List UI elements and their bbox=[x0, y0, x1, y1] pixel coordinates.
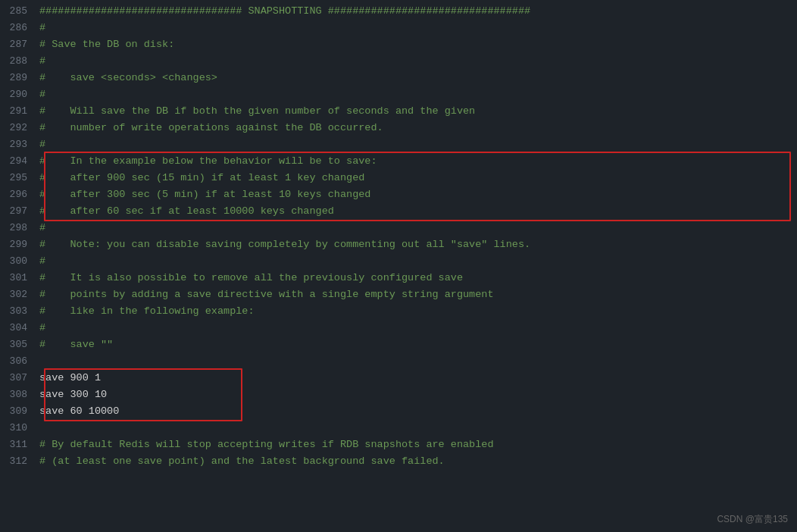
line-content: # Save the DB on disk: bbox=[39, 36, 174, 53]
line-content: # number of write operations against the… bbox=[39, 120, 383, 136]
line-row: 304# bbox=[0, 320, 797, 336]
line-content: # bbox=[39, 86, 45, 103]
line-number: 288 bbox=[0, 53, 39, 70]
line-number: 304 bbox=[0, 320, 39, 336]
line-row: 296# after 300 sec (5 min) if at least 1… bbox=[0, 186, 797, 203]
line-row: 298# bbox=[0, 220, 797, 236]
line-number: 300 bbox=[0, 253, 39, 270]
line-content: # bbox=[39, 136, 45, 153]
line-row: 312# (at least one save point) and the l… bbox=[0, 453, 797, 470]
line-row: 305# save "" bbox=[0, 336, 797, 353]
line-row: 293# bbox=[0, 136, 797, 153]
line-content: # after 60 sec if at least 10000 keys ch… bbox=[39, 203, 334, 220]
line-number: 305 bbox=[0, 336, 39, 353]
line-row: 302# points by adding a save directive w… bbox=[0, 286, 797, 303]
line-number: 292 bbox=[0, 120, 39, 136]
line-content: # In the example below the behavior will… bbox=[39, 153, 377, 170]
line-content: # points by adding a save directive with… bbox=[39, 286, 494, 303]
line-number: 312 bbox=[0, 453, 39, 470]
line-row: 308save 300 10 bbox=[0, 386, 797, 403]
line-row: 290# bbox=[0, 86, 797, 103]
line-number: 290 bbox=[0, 86, 39, 103]
line-content: # after 300 sec (5 min) if at least 10 k… bbox=[39, 186, 370, 203]
line-number: 298 bbox=[0, 220, 39, 236]
line-content: # It is also possible to remove all the … bbox=[39, 270, 463, 286]
line-number: 311 bbox=[0, 437, 39, 453]
line-number: 285 bbox=[0, 3, 39, 20]
line-content: # bbox=[39, 320, 45, 336]
line-number: 287 bbox=[0, 36, 39, 53]
line-number: 299 bbox=[0, 236, 39, 253]
code-editor: 285################################# SNA… bbox=[0, 0, 797, 532]
line-row: 307save 900 1 bbox=[0, 370, 797, 386]
line-content: # By default Redis will stop accepting w… bbox=[39, 437, 494, 453]
watermark: CSDN @富贵135 bbox=[717, 513, 788, 526]
line-content: # bbox=[39, 220, 45, 236]
line-row: 286# bbox=[0, 20, 797, 36]
line-row: 309save 60 10000 bbox=[0, 403, 797, 420]
line-number: 302 bbox=[0, 286, 39, 303]
line-content: # like in the following example: bbox=[39, 303, 255, 320]
line-row: 291# Will save the DB if both the given … bbox=[0, 103, 797, 120]
line-content: ################################# SNAPSH… bbox=[39, 3, 530, 20]
line-content: # bbox=[39, 53, 45, 70]
line-content: # (at least one save point) and the late… bbox=[39, 453, 445, 470]
line-row: 297# after 60 sec if at least 10000 keys… bbox=[0, 203, 797, 220]
line-number: 310 bbox=[0, 420, 39, 437]
line-number: 301 bbox=[0, 270, 39, 286]
line-row: 301# It is also possible to remove all t… bbox=[0, 270, 797, 286]
line-row: 295# after 900 sec (15 min) if at least … bbox=[0, 170, 797, 186]
line-row: 289# save <seconds> <changes> bbox=[0, 70, 797, 86]
line-row: 300# bbox=[0, 253, 797, 270]
line-row: 306 bbox=[0, 353, 797, 370]
line-number: 293 bbox=[0, 136, 39, 153]
line-row: 303# like in the following example: bbox=[0, 303, 797, 320]
line-row: 288# bbox=[0, 53, 797, 70]
line-row: 294# In the example below the behavior w… bbox=[0, 153, 797, 170]
line-number: 296 bbox=[0, 186, 39, 203]
line-number: 294 bbox=[0, 153, 39, 170]
line-row: 285################################# SNA… bbox=[0, 3, 797, 20]
line-content: # bbox=[39, 253, 45, 270]
line-number: 286 bbox=[0, 20, 39, 36]
line-number: 295 bbox=[0, 170, 39, 186]
line-content: save 300 10 bbox=[39, 386, 107, 403]
line-row: 310 bbox=[0, 420, 797, 437]
line-content: # after 900 sec (15 min) if at least 1 k… bbox=[39, 170, 364, 186]
line-content: # bbox=[39, 20, 45, 36]
line-number: 291 bbox=[0, 103, 39, 120]
line-number: 308 bbox=[0, 386, 39, 403]
line-number: 297 bbox=[0, 203, 39, 220]
line-content: # save "" bbox=[39, 336, 113, 353]
line-number: 309 bbox=[0, 403, 39, 420]
line-content: # save <seconds> <changes> bbox=[39, 70, 217, 86]
line-row: 299# Note: you can disable saving comple… bbox=[0, 236, 797, 253]
line-content: # Note: you can disable saving completel… bbox=[39, 236, 530, 253]
line-number: 306 bbox=[0, 353, 39, 370]
line-row: 311# By default Redis will stop acceptin… bbox=[0, 437, 797, 453]
line-number: 303 bbox=[0, 303, 39, 320]
line-row: 292# number of write operations against … bbox=[0, 120, 797, 136]
line-content: save 900 1 bbox=[39, 370, 101, 386]
line-content: # Will save the DB if both the given num… bbox=[39, 103, 475, 120]
line-row: 287# Save the DB on disk: bbox=[0, 36, 797, 53]
line-content: save 60 10000 bbox=[39, 403, 119, 420]
line-number: 307 bbox=[0, 370, 39, 386]
line-number: 289 bbox=[0, 70, 39, 86]
